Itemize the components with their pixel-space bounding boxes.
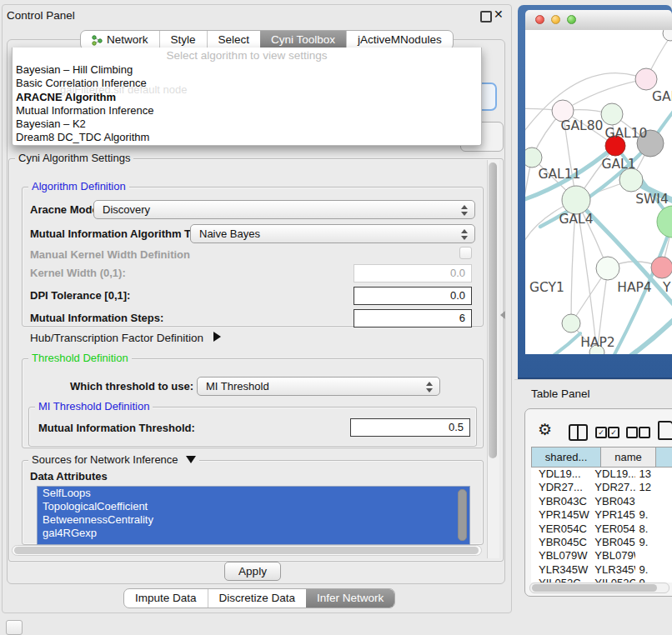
mi-threshold-field[interactable]: 0.5 (350, 418, 470, 437)
network-edge (525, 158, 532, 271)
algorithm-option-bayesian-k2[interactable]: Bayesian – K2 (13, 118, 481, 131)
table-hscrollbar-thumb[interactable] (532, 584, 657, 592)
attribute-topologicalcoefficient[interactable]: TopologicalCoefficient (38, 500, 469, 513)
network-node[interactable] (596, 257, 619, 280)
table-row[interactable]: YBL079WYBL079W (531, 549, 672, 562)
table-row[interactable]: YPR145WYPR145W9. (531, 508, 672, 522)
collapsed-panel-icon[interactable] (6, 620, 23, 635)
column-header-shared-[interactable]: shared... (531, 447, 601, 468)
mi-type-select[interactable]: Naive Bayes (190, 224, 475, 243)
tab-label: Network (107, 31, 148, 49)
table-cell: YBL079W (531, 549, 589, 562)
table-cell: YLR345W (589, 563, 635, 577)
aracne-mode-select[interactable]: Discovery (93, 200, 475, 219)
node-label-gal80: GAL80 (561, 118, 604, 133)
settings-hscrollbar-thumb[interactable] (14, 547, 479, 554)
node-label-gal11: GAL11 (539, 167, 581, 182)
table-panel-title: Table Panel (531, 388, 590, 400)
tab-style[interactable]: Style (159, 31, 207, 49)
tab-select[interactable]: Select (207, 31, 261, 49)
minimize-traffic-light[interactable] (551, 15, 560, 24)
tab-jactivemnodules[interactable]: jActiveMNodules (346, 31, 453, 49)
table-cell: YBR045C (531, 536, 589, 549)
float-window-icon[interactable] (480, 11, 492, 22)
tab-cyni-toolbox[interactable]: Cyni Toolbox (260, 31, 346, 49)
table-row[interactable]: YBR045CYBR045C9. (531, 536, 672, 549)
deselect-all-checkbox-icon[interactable] (639, 427, 650, 438)
node-label-swi4: SWI4 (635, 192, 669, 207)
column-header-name[interactable]: name (601, 447, 656, 468)
close-traffic-light[interactable] (535, 15, 544, 24)
table-cell (635, 495, 672, 508)
table-cell: YPR145W (589, 508, 635, 522)
tab-infer-network[interactable]: Infer Network (306, 589, 394, 608)
network-node[interactable] (657, 206, 672, 238)
apply-button[interactable]: Apply (224, 562, 281, 581)
dpi-tolerance-field[interactable]: 0.0 (354, 287, 472, 305)
network-node[interactable] (562, 314, 580, 332)
which-threshold-select[interactable]: MI Threshold (197, 377, 440, 396)
stepper-arrows-icon (461, 229, 468, 240)
split-columns-icon[interactable] (569, 424, 588, 441)
tab-impute-data[interactable]: Impute Data (124, 589, 208, 608)
table-cell: 9. (635, 563, 672, 577)
attribute-selfloops[interactable]: SelfLoops (38, 487, 469, 500)
network-node[interactable] (619, 168, 643, 192)
network-tab-icon (92, 35, 103, 46)
algorithm-option-bayesian-hill-climbing[interactable]: Bayesian – Hill Climbing (13, 63, 481, 77)
table-cell: YBR045C (589, 536, 635, 549)
table-body: YDL19...YDL19...13YDR27...YDR27...12YBR0… (531, 468, 672, 582)
table-cell: YIL052C (531, 577, 589, 582)
attribute-betweennesscentrality[interactable]: BetweennessCentrality (38, 513, 469, 527)
node-label-y: Y (662, 280, 671, 295)
attribute-gal4rgexp[interactable]: gal4RGexp (38, 527, 469, 540)
document-icon[interactable] (658, 421, 672, 440)
table-row[interactable]: YER054CYER054C8. (531, 522, 672, 536)
table-row[interactable]: YLR345WYLR345W9. (531, 563, 672, 577)
close-icon[interactable]: ✕ (494, 8, 504, 21)
stepper-arrows-icon (426, 382, 433, 392)
network-node[interactable] (601, 103, 623, 125)
algorithm-option-dream8-dc-tdc-algorithm[interactable]: Dream8 DC_TDC Algorithm (13, 131, 481, 144)
tab-label: Impute Data (135, 589, 197, 608)
tab-network[interactable]: Network (81, 31, 159, 49)
table-cell (635, 549, 672, 562)
deselect-all-checkbox-icon[interactable] (626, 427, 638, 438)
network-node[interactable] (562, 186, 590, 214)
settings-scrollbar-thumb[interactable] (489, 162, 497, 458)
mi-steps-field[interactable]: 6 (354, 309, 472, 328)
node-label-gal1: GAL1 (601, 157, 635, 172)
attribute-list-scrollbar[interactable] (458, 489, 467, 541)
table-cell: YBR043C (589, 495, 635, 508)
table-row[interactable]: YDL19...YDL19...13 (531, 468, 672, 481)
kernel-width-field: 0.0 (354, 264, 472, 282)
table-row[interactable]: YIL052CYIL052C9 (531, 577, 672, 582)
manual-kernel-checkbox (459, 247, 472, 259)
stepper-arrows-icon (461, 205, 468, 216)
select-all-checkbox-icon[interactable]: ✓ (608, 427, 619, 438)
table-row[interactable]: YBR043CYBR043C (531, 495, 672, 508)
network-canvas[interactable]: GALGAL80GAL10GAL1GAL11SWI4GAL4GCY1HAP4YH… (525, 30, 672, 354)
mi-type-value: Naive Bayes (199, 228, 260, 240)
zoom-traffic-light[interactable] (567, 15, 576, 24)
collapse-arrow-icon[interactable] (186, 456, 196, 463)
column-header-extra[interactable] (656, 447, 672, 468)
tab-discretize-data[interactable]: Discretize Data (208, 589, 307, 608)
sources-group-title[interactable]: Sources for Network Inference (28, 454, 199, 466)
kernel-width-label: Kernel Width (0,1): (30, 267, 126, 279)
network-node[interactable] (663, 30, 672, 41)
network-node[interactable] (635, 68, 657, 90)
split-divider-arrow-icon[interactable] (500, 311, 505, 319)
tab-label: Discretize Data (219, 589, 296, 608)
network-window-titlebar[interactable] (525, 10, 672, 31)
network-node[interactable] (525, 148, 542, 168)
hub-definition-expander[interactable]: Hub/Transcription Factor Definition (30, 332, 221, 344)
select-all-checkbox-icon[interactable]: ✓ (595, 427, 607, 438)
data-attributes-list[interactable]: SelfLoopsTopologicalCoefficientBetweenne… (37, 486, 470, 545)
mi-threshold-group-title: MI Threshold Definition (35, 401, 153, 412)
gear-icon[interactable]: ⚙ (538, 420, 552, 439)
table-row[interactable]: YDR27...YDR27...12 (531, 481, 672, 494)
algorithm-option-mutual-information-inference[interactable]: Mutual Information Inference (13, 104, 481, 118)
network-node[interactable] (651, 257, 672, 278)
expand-arrow-icon[interactable] (213, 332, 221, 342)
